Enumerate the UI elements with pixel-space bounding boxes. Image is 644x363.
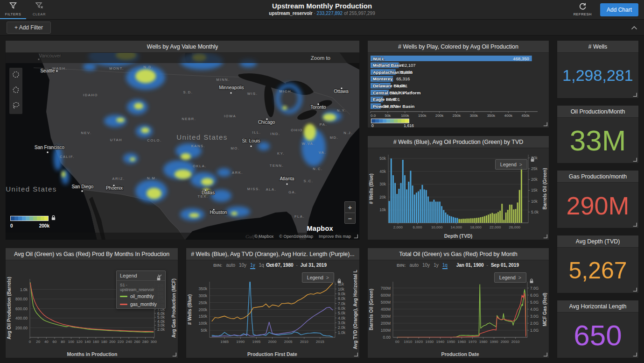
svg-text:1995: 1995 [252, 340, 260, 344]
resize-handle-icon[interactable] [633, 287, 637, 292]
resize-handle-icon[interactable] [633, 157, 637, 162]
legend-entry[interactable]: oil_monthly [117, 292, 165, 300]
resize-handle-icon[interactable] [543, 234, 547, 238]
clear-tab-label: CLEAR [33, 12, 46, 16]
svg-text:NEV.: NEV. [81, 131, 91, 135]
svg-text:CALIF.: CALIF. [60, 155, 75, 159]
svg-text:3.0k: 3.0k [157, 323, 165, 327]
svg-text:52,707: 52,707 [392, 90, 406, 95]
svg-text:350k: 350k [487, 114, 496, 118]
svg-text:Houston: Houston [210, 210, 227, 215]
refresh-label: REFRESH [574, 12, 592, 16]
date-range[interactable]: Oct 07, 1980-Jul 31, 2019 [266, 263, 327, 268]
svg-text:Atlanta: Atlanta [280, 176, 294, 181]
date-range[interactable]: Jan 01, 1900-Sep 01, 2019 [456, 263, 519, 268]
svg-text:N.M.: N.M. [147, 176, 157, 180]
zoom-to-button[interactable]: Zoom to [6, 53, 359, 63]
polygon-select-icon[interactable] [12, 86, 20, 96]
attrib-osm-link[interactable]: © OpenStreetMap [279, 234, 313, 239]
resize-handle-icon[interactable] [172, 352, 176, 356]
resize-handle-icon[interactable] [354, 234, 358, 238]
svg-text:200k: 200k [199, 307, 208, 312]
decline-chart[interactable]: 200.00400.00600.00800.001.0k2.0k3.0k4.0k… [6, 260, 178, 358]
bin-option-auto[interactable]: auto [226, 263, 235, 268]
svg-text:5.0k: 5.0k [157, 315, 165, 320]
svg-text:1950: 1950 [447, 340, 455, 344]
tab-clear-filters[interactable]: CLEAR [26, 0, 52, 19]
legend-entry[interactable]: gas_monthly [117, 300, 165, 308]
svg-text:OHIO: OHIO [291, 128, 303, 132]
resize-handle-icon[interactable] [543, 352, 547, 356]
svg-text:2.0G: 2.0G [530, 321, 539, 326]
bin-option-1q[interactable]: 1q [259, 263, 264, 268]
range-to: Sep 01, 2019 [491, 263, 519, 268]
map-canvas[interactable]: United StatesUnited StatesGulf ofWASH.MO… [6, 53, 359, 240]
legend-toggle-button[interactable]: Legend> [495, 159, 527, 170]
bin-option-auto[interactable]: auto [410, 263, 419, 268]
svg-text:1990: 1990 [490, 340, 498, 344]
subtitle-separator: · [314, 11, 315, 16]
map-panel-title: Wells by Avg Value Monthly [147, 43, 218, 50]
legend-lock-icon[interactable] [51, 214, 56, 222]
svg-text:6.0G: 6.0G [530, 293, 539, 298]
axis-lock-icon[interactable] [530, 156, 535, 164]
map-attribution: © Mapbox © OpenStreetMap Improve this ma… [6, 233, 359, 240]
decline-panel-header: Avg Oil (Green) vs Gas (Red) Prod By Mon… [6, 248, 178, 260]
svg-text:Monterey: Monterey [373, 76, 393, 81]
axis-lock-icon[interactable] [529, 277, 534, 285]
svg-text:St. Louis: St. Louis [242, 138, 260, 143]
map-scale-swatch [41, 216, 44, 221]
timeline-chart[interactable]: 50k100k150k200k250k300k350k1.0k2.0k3.0k4… [186, 260, 359, 358]
svg-text:200M: 200M [381, 321, 391, 326]
svg-text:Production Date: Production Date [441, 351, 479, 357]
svg-text:GA.: GA. [288, 190, 297, 194]
axis-lock-icon[interactable] [156, 274, 161, 283]
map-scale-swatch [14, 216, 18, 221]
map-zoom-out-button[interactable]: − [344, 213, 356, 224]
add-chart-button[interactable]: Add Chart [600, 3, 638, 16]
map-zoom-in-button[interactable]: + [344, 201, 356, 213]
svg-text:MONT.: MONT. [109, 66, 124, 71]
resize-handle-icon[interactable] [633, 93, 637, 97]
svg-text:IDAHO: IDAHO [83, 93, 98, 97]
svg-text:ARK.: ARK. [232, 171, 243, 175]
lasso-select-icon[interactable] [12, 101, 20, 111]
resize-handle-icon[interactable] [543, 122, 547, 126]
bin-label: BIN: [213, 263, 223, 268]
bin-option-10y[interactable]: 10y [239, 263, 246, 268]
axis-lock-icon[interactable] [337, 277, 342, 285]
add-filter-button[interactable]: + Add Filter [7, 21, 51, 34]
total-production-chart[interactable]: 0.00100M200M300M400M500M600M700M1.0G2.0G… [368, 260, 549, 358]
collapse-filterbar-icon[interactable] [631, 23, 637, 32]
svg-text:NEBR.: NEBR. [182, 117, 196, 121]
svg-text:600M: 600M [381, 293, 391, 298]
wells-by-play-chart[interactable]: NULL468,350Midland Basin82,107Appalachia… [368, 53, 549, 128]
kpi-title: Avg Depth (TVD) [576, 238, 620, 245]
svg-text:1.0k: 1.0k [20, 287, 28, 292]
legend-toggle-button[interactable]: Legend> [494, 272, 526, 283]
bin-option-10y[interactable]: 10y [422, 263, 430, 268]
tvd-histogram-chart[interactable]: 10k20k30k40k50k5.0k10k15k20k25k30k2,0006… [368, 148, 549, 240]
svg-text:260: 260 [134, 340, 140, 344]
bin-option-1y[interactable]: 1y [434, 263, 439, 268]
map-scale-swatch [18, 216, 22, 221]
legend-toggle-button[interactable]: Legend> [302, 272, 334, 283]
mapbox-logo[interactable]: Mapbox [307, 225, 333, 232]
bin-option-1y[interactable]: 1y [250, 263, 255, 269]
svg-text:Seattle: Seattle [40, 68, 55, 73]
attrib-improve-link[interactable]: Improve this map [319, 234, 351, 239]
refresh-button[interactable]: REFRESH [574, 3, 592, 16]
record-count-current[interactable]: 233,227,892 [317, 11, 343, 16]
range-to: Jul 31, 2019 [301, 263, 327, 268]
resize-handle-icon[interactable] [354, 352, 358, 356]
header-tabs: FILTERS CLEAR [0, 0, 52, 19]
svg-text:5.0k: 5.0k [338, 311, 346, 315]
bin-option-1q[interactable]: 1q [442, 263, 448, 269]
svg-text:1940: 1940 [436, 340, 444, 344]
tab-filters[interactable]: FILTERS [0, 0, 26, 19]
resize-handle-icon[interactable] [633, 352, 637, 356]
svg-text:ALA.: ALA. [266, 187, 277, 192]
attrib-mapbox-link[interactable]: © Mapbox [254, 234, 273, 239]
radius-select-icon[interactable] [12, 71, 20, 80]
resize-handle-icon[interactable] [633, 222, 637, 227]
